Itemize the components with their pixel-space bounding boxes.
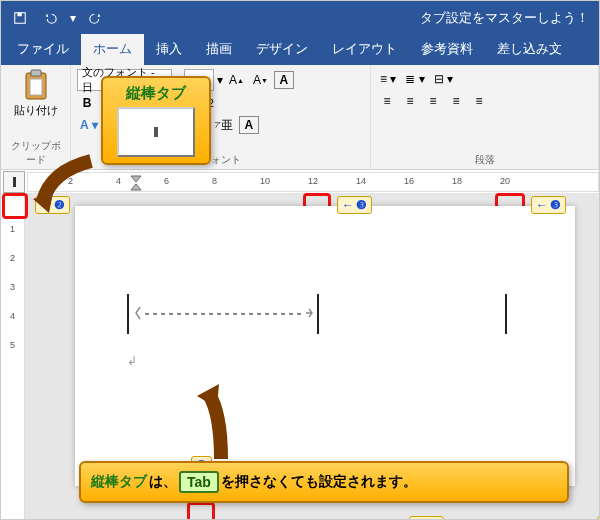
ruler-number: 20: [500, 176, 510, 186]
save-icon[interactable]: [7, 6, 33, 30]
tab-keycap: Tab: [179, 471, 219, 493]
caret-down-icon[interactable]: ▾: [67, 6, 79, 30]
bottom-caption: 縦棒タブ は、 Tab を押さなくても設定されます。: [79, 461, 569, 503]
tab-mailings[interactable]: 差し込み文: [485, 34, 574, 65]
app-window: ▾ タブ設定をマスターしよう！ ファイル ホーム 挿入 描画 デザイン レイアウ…: [0, 0, 600, 520]
distribute-icon[interactable]: ≡: [469, 91, 489, 111]
bar-tab-mark: [127, 294, 129, 334]
numbering-icon[interactable]: ≣ ▾: [402, 69, 427, 89]
paragraph-mark-icon: ↲: [127, 354, 137, 368]
step-badge-3a: ←❸: [337, 196, 372, 214]
paste-label[interactable]: 貼り付け: [14, 103, 58, 118]
ruler-number: 8: [212, 176, 217, 186]
redo-icon[interactable]: [83, 6, 109, 30]
char-border-icon[interactable]: A: [274, 71, 294, 89]
text-effects-icon[interactable]: A ▾: [77, 115, 101, 135]
multilevel-icon[interactable]: ⊟ ▾: [431, 69, 456, 89]
tab-file[interactable]: ファイル: [5, 34, 81, 65]
paragraph-group-label: 段落: [377, 151, 592, 167]
highlight-step1: [187, 502, 215, 520]
quick-access-toolbar: ▾: [7, 6, 109, 30]
step-badge-3b: ←❸: [531, 196, 566, 214]
enclose-char-icon[interactable]: A: [239, 116, 259, 134]
callout-title: 縦棒タブ: [109, 84, 203, 103]
tab-leader-dots: [143, 312, 303, 316]
align-left-icon[interactable]: ≡: [377, 91, 397, 111]
align-right-icon[interactable]: ≡: [423, 91, 443, 111]
indent-marker-icon[interactable]: [130, 175, 142, 191]
svg-rect-3: [31, 70, 41, 76]
bar-tab-icon: [13, 177, 16, 187]
bullets-icon[interactable]: ≡ ▾: [377, 69, 399, 89]
tab-layout[interactable]: レイアウト: [320, 34, 409, 65]
vertical-ruler[interactable]: 1 2 3 4 5: [1, 194, 25, 520]
ruler-number: 4: [116, 176, 121, 186]
document-title: タブ設定をマスターしよう！: [420, 9, 593, 27]
tab-arrow-icon: [305, 306, 313, 320]
tab-selector-button[interactable]: [3, 171, 25, 193]
bar-tab-mark: [317, 294, 319, 334]
ruler-number: 16: [404, 176, 414, 186]
paste-icon[interactable]: [22, 69, 50, 101]
bar-tab-mark: [505, 294, 507, 334]
bar-tab-icon: [154, 127, 158, 137]
ruler-number: 14: [356, 176, 366, 186]
svg-rect-1: [17, 13, 21, 17]
ruler-number: 18: [452, 176, 462, 186]
ruler-number: 10: [260, 176, 270, 186]
tab-references[interactable]: 参考資料: [409, 34, 485, 65]
tab-design[interactable]: デザイン: [244, 34, 320, 65]
bold-icon[interactable]: B: [77, 93, 97, 113]
grow-font-icon[interactable]: A▲: [226, 70, 247, 90]
group-paragraph: ≡ ▾ ≣ ▾ ⊟ ▾ ≡ ≡ ≡ ≡ ≡ 段落: [371, 65, 599, 169]
callout-sample: [117, 107, 195, 157]
tab-draw[interactable]: 描画: [194, 34, 244, 65]
page[interactable]: ↲ ❶ ↓ ←❹ ←❹: [75, 206, 575, 486]
horizontal-ruler[interactable]: 2468101214161820: [27, 172, 599, 192]
caption-term: 縦棒タブ: [91, 473, 147, 491]
tab-home[interactable]: ホーム: [81, 34, 144, 65]
justify-icon[interactable]: ≡: [446, 91, 466, 111]
ruler-number: 12: [308, 176, 318, 186]
align-center-icon[interactable]: ≡: [400, 91, 420, 111]
undo-dropdown-icon[interactable]: [37, 6, 63, 30]
ruby-icon[interactable]: ア亜: [211, 115, 236, 135]
title-bar: ▾ タブ設定をマスターしよう！: [1, 1, 599, 35]
ruler-number: 6: [164, 176, 169, 186]
tab-insert[interactable]: 挿入: [144, 34, 194, 65]
caret-down-icon[interactable]: ▾: [217, 73, 223, 87]
ribbon-tabs: ファイル ホーム 挿入 描画 デザイン レイアウト 参考資料 差し込み文: [1, 35, 599, 65]
step-badge-4a: ←❹: [409, 516, 444, 520]
cursor-icon: [135, 306, 141, 320]
shrink-font-icon[interactable]: A▼: [250, 70, 271, 90]
arrow-to-selector-icon: [31, 151, 101, 221]
callout-bar-tab: 縦棒タブ: [101, 76, 211, 165]
highlight-step2-selector: [2, 193, 28, 219]
svg-rect-4: [30, 79, 42, 95]
arrow-to-bar-icon: [191, 374, 251, 464]
